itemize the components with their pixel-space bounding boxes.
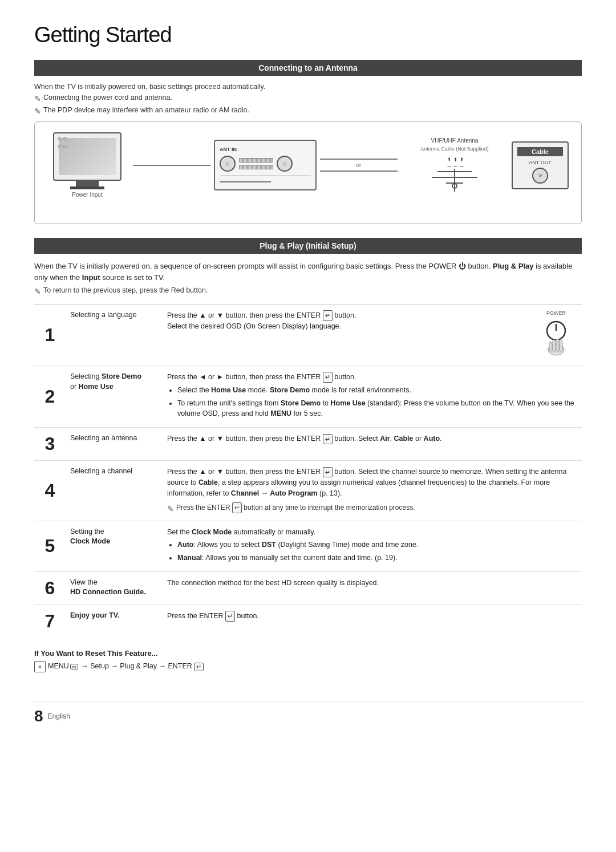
- step-desc-4: Press the ▲ or ▼ button, then press the …: [163, 461, 582, 520]
- or-label: or: [320, 162, 398, 168]
- step-row-4: 4 Selecting a channel Press the ▲ or ▼ b…: [34, 461, 582, 521]
- vhf-label: VHF/UHF Antenna: [403, 137, 506, 144]
- reset-section: If You Want to Reset This Feature... ≡ M…: [34, 649, 582, 672]
- page-language: English: [48, 712, 70, 720]
- step-num-4: 4: [34, 461, 66, 520]
- step-num-7: 7: [34, 605, 66, 638]
- back-panel-ports: ⊙ ⊙: [220, 156, 311, 172]
- svg-rect-10: [553, 340, 556, 351]
- tv-body: [53, 132, 121, 181]
- step-row-5: 5 Setting theClock Mode Set the Clock Mo…: [34, 521, 582, 572]
- step-title-2: Selecting Store Demoor Home Use: [66, 366, 163, 427]
- step-desc-2: Press the ◄ or ► button, then press the …: [163, 366, 582, 427]
- tv-screen: [59, 138, 116, 175]
- note-icon-1: ✎: [34, 94, 41, 103]
- antenna-symbol: ⍘⍘⍘: [403, 154, 506, 169]
- step-title-3: Selecting an antenna: [66, 428, 163, 460]
- svg-rect-9: [549, 342, 552, 351]
- wire-bottom: [320, 171, 398, 172]
- plug-note-icon: ✎: [34, 287, 41, 296]
- plug-section-header: Plug & Play (Initial Setup): [34, 238, 582, 254]
- ant-out-label: ANT OUT: [517, 160, 563, 165]
- step-title-4: Selecting a channel: [66, 461, 163, 520]
- mid-connectors: or: [320, 159, 398, 172]
- connector-wire-left: [133, 165, 210, 166]
- step-desc-1: Press the ▲ or ▼ button, then press the …: [163, 305, 530, 366]
- reset-cmd-text: MENUm → Setup → Plug & Play → ENTER ↵: [48, 662, 204, 671]
- panel-bottom: ▬▬▬▬▬▬▬▬▬▬: [220, 175, 311, 184]
- power-btn-area: POWER: [539, 310, 573, 360]
- note-1: ✎ Connecting the power cord and antenna.: [34, 94, 582, 103]
- antenna-svg: [426, 169, 483, 192]
- tv-illustration: Power Input: [47, 132, 127, 198]
- step-num-5: 5: [34, 521, 66, 571]
- power-text: POWER: [539, 310, 573, 316]
- coax-2: [239, 165, 273, 169]
- ant-in-label: ANT IN: [220, 147, 311, 152]
- plug-intro: When the TV is initially powered on, a s…: [34, 261, 582, 283]
- step-num-3: 3: [34, 428, 66, 460]
- connector-area: ANT IN ⊙ ⊙ ▬▬▬▬▬▬▬▬▬▬ or: [133, 140, 398, 190]
- reset-title: If You Want to Reset This Feature...: [34, 649, 582, 658]
- menu-icon-box: ≡: [34, 661, 46, 672]
- step-num-1: 1: [34, 305, 66, 366]
- tv-stand: [76, 181, 99, 186]
- steps-container: 1 Selecting a language Press the ▲ or ▼ …: [34, 304, 582, 638]
- wire-top: [320, 159, 398, 160]
- step-num-2: 2: [34, 366, 66, 427]
- steps-wrapper: 1 Selecting a language Press the ▲ or ▼ …: [34, 304, 582, 638]
- power-illustration: POWER: [530, 305, 582, 366]
- cable-box-title: Cable: [517, 147, 563, 156]
- reset-cmd: ≡ MENUm → Setup → Plug & Play → ENTER ↵: [34, 661, 582, 672]
- svg-rect-11: [556, 339, 559, 351]
- step-desc-7: Press the ENTER ↵ button.: [163, 605, 582, 638]
- step-row-7: 7 Enjoy your TV. Press the ENTER ↵ butto…: [34, 605, 582, 638]
- step-row-1: 1 Selecting a language Press the ▲ or ▼ …: [34, 305, 582, 366]
- cable-port: ⊙: [532, 168, 548, 184]
- step-title-1: Selecting a language: [66, 305, 163, 366]
- step-desc-3: Press the ▲ or ▼ button, then press the …: [163, 428, 582, 460]
- antenna-diagram-box: Power Input ANT IN ⊙ ⊙ ▬▬▬▬▬▬▬▬▬▬: [34, 121, 582, 224]
- plug-section: Plug & Play (Initial Setup) When the TV …: [34, 238, 582, 672]
- coax-connectors: [239, 158, 273, 169]
- step-title-5: Setting theClock Mode: [66, 521, 163, 571]
- plug-note: ✎ To return to the previous step, press …: [34, 286, 582, 296]
- step-4-note: ✎ Press the ENTER ↵ button at any time t…: [167, 502, 577, 515]
- tv-power-label: Power Input: [47, 192, 127, 198]
- step-title-6: View theHD Connection Guide.: [66, 572, 163, 604]
- svg-rect-12: [560, 340, 562, 351]
- coax-1: [239, 158, 273, 163]
- step-row-2: 2 Selecting Store Demoor Home Use Press …: [34, 366, 582, 428]
- step-title-7: Enjoy your TV.: [66, 605, 163, 638]
- step-num-6: 6: [34, 572, 66, 604]
- step-desc-5: Set the Clock Mode automatically or manu…: [163, 521, 582, 571]
- step-row-6: 6 View theHD Connection Guide. The conne…: [34, 572, 582, 605]
- tv-base: [70, 186, 104, 189]
- power-hand-svg: [539, 318, 573, 358]
- note-2: ✎ The PDP device may interfere with an a…: [34, 106, 582, 116]
- antenna-section-header: Connecting to an Antenna: [34, 60, 582, 76]
- step-desc-6: The connection method for the best HD sc…: [163, 572, 582, 604]
- vhf-section: VHF/UHF Antenna Antenna Cable (Not Suppl…: [403, 137, 506, 193]
- ant-cable-label: Antenna Cable (Not Supplied): [403, 146, 506, 152]
- port-circle-main: ⊙: [220, 156, 236, 172]
- note-icon-2: ✎: [34, 107, 41, 116]
- page-number: 8: [34, 707, 43, 725]
- step-row-3: 3 Selecting an antenna Press the ▲ or ▼ …: [34, 428, 582, 461]
- step-4-note-icon: ✎: [167, 503, 174, 515]
- back-panel: ANT IN ⊙ ⊙ ▬▬▬▬▬▬▬▬▬▬: [214, 140, 317, 190]
- cable-box: Cable ANT OUT ⊙: [512, 141, 569, 189]
- antenna-diagram: Power Input ANT IN ⊙ ⊙ ▬▬▬▬▬▬▬▬▬▬: [47, 132, 569, 198]
- page-num-row: 8 English: [34, 701, 582, 725]
- port-circle-secondary: ⊙: [277, 156, 293, 172]
- page-title: Getting Started: [34, 23, 582, 47]
- antenna-intro: When the TV is initially powered on, bas…: [34, 83, 582, 91]
